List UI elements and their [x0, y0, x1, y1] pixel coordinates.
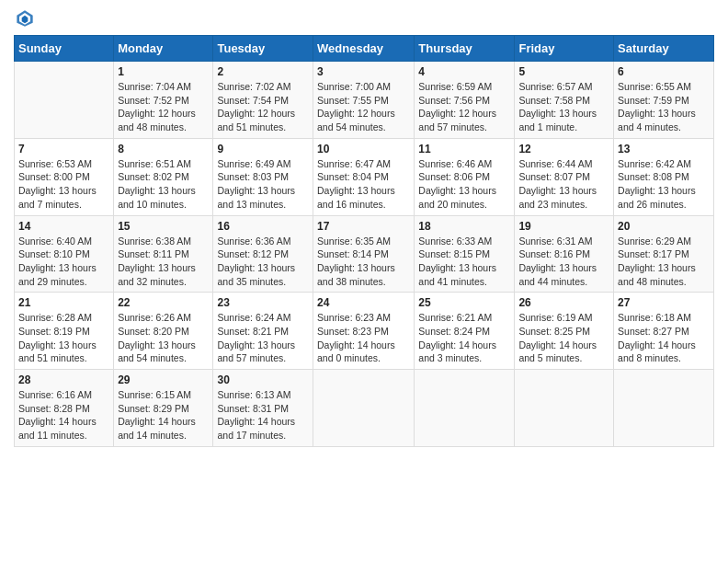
- calendar-cell: 30Sunrise: 6:13 AMSunset: 8:31 PMDayligh…: [213, 370, 313, 447]
- day-info: Sunrise: 7:04 AMSunset: 7:52 PMDaylight:…: [118, 80, 209, 134]
- day-number: 22: [118, 296, 209, 309]
- day-info: Sunrise: 6:55 AMSunset: 7:59 PMDaylight:…: [618, 80, 710, 134]
- calendar-cell: 24Sunrise: 6:23 AMSunset: 8:23 PMDayligh…: [313, 293, 415, 370]
- day-info: Sunrise: 7:00 AMSunset: 7:55 PMDaylight:…: [317, 80, 410, 134]
- calendar-cell: 5Sunrise: 6:57 AMSunset: 7:58 PMDaylight…: [515, 62, 614, 139]
- calendar-week-3: 14Sunrise: 6:40 AMSunset: 8:10 PMDayligh…: [15, 215, 714, 293]
- day-header-friday: Friday: [515, 36, 614, 62]
- day-info: Sunrise: 6:49 AMSunset: 8:03 PMDaylight:…: [217, 157, 309, 212]
- calendar-week-4: 21Sunrise: 6:28 AMSunset: 8:19 PMDayligh…: [15, 293, 714, 370]
- calendar-cell: 12Sunrise: 6:44 AMSunset: 8:07 PMDayligh…: [515, 138, 614, 215]
- calendar-cell: 20Sunrise: 6:29 AMSunset: 8:17 PMDayligh…: [614, 215, 714, 293]
- calendar-cell: [313, 370, 415, 447]
- calendar-cell: 26Sunrise: 6:19 AMSunset: 8:25 PMDayligh…: [515, 293, 614, 370]
- day-info: Sunrise: 6:29 AMSunset: 8:17 PMDaylight:…: [618, 235, 710, 289]
- day-number: 3: [317, 65, 410, 78]
- calendar-cell: 6Sunrise: 6:55 AMSunset: 7:59 PMDaylight…: [614, 62, 714, 139]
- calendar-table: SundayMondayTuesdayWednesdayThursdayFrid…: [14, 35, 714, 447]
- calendar-cell: 1Sunrise: 7:04 AMSunset: 7:52 PMDaylight…: [114, 62, 213, 139]
- day-info: Sunrise: 6:38 AMSunset: 8:11 PMDaylight:…: [118, 235, 209, 289]
- day-number: 18: [418, 220, 510, 233]
- day-info: Sunrise: 6:51 AMSunset: 8:02 PMDaylight:…: [118, 157, 209, 212]
- day-header-tuesday: Tuesday: [213, 36, 313, 62]
- calendar-cell: 10Sunrise: 6:47 AMSunset: 8:04 PMDayligh…: [313, 138, 415, 215]
- calendar-cell: [515, 370, 614, 447]
- day-info: Sunrise: 6:40 AMSunset: 8:10 PMDaylight:…: [18, 235, 109, 289]
- calendar-cell: 21Sunrise: 6:28 AMSunset: 8:19 PMDayligh…: [15, 293, 114, 370]
- day-info: Sunrise: 6:28 AMSunset: 8:19 PMDaylight:…: [18, 311, 109, 365]
- calendar-cell: 29Sunrise: 6:15 AMSunset: 8:29 PMDayligh…: [114, 370, 213, 447]
- calendar-cell: [415, 370, 515, 447]
- day-number: 1: [118, 65, 209, 78]
- day-header-saturday: Saturday: [614, 36, 714, 62]
- day-info: Sunrise: 6:26 AMSunset: 8:20 PMDaylight:…: [118, 311, 209, 365]
- calendar-cell: 13Sunrise: 6:42 AMSunset: 8:08 PMDayligh…: [614, 138, 714, 215]
- day-header-sunday: Sunday: [15, 36, 114, 62]
- day-info: Sunrise: 6:15 AMSunset: 8:29 PMDaylight:…: [118, 388, 209, 442]
- day-number: 9: [217, 143, 309, 155]
- calendar-cell: 14Sunrise: 6:40 AMSunset: 8:10 PMDayligh…: [15, 215, 114, 293]
- day-info: Sunrise: 6:16 AMSunset: 8:28 PMDaylight:…: [18, 388, 109, 442]
- calendar-cell: 11Sunrise: 6:46 AMSunset: 8:06 PMDayligh…: [415, 138, 515, 215]
- calendar-cell: 2Sunrise: 7:02 AMSunset: 7:54 PMDaylight…: [213, 62, 313, 139]
- calendar-cell: 15Sunrise: 6:38 AMSunset: 8:11 PMDayligh…: [114, 215, 213, 293]
- day-info: Sunrise: 6:21 AMSunset: 8:24 PMDaylight:…: [418, 311, 510, 365]
- day-info: Sunrise: 6:57 AMSunset: 7:58 PMDaylight:…: [518, 80, 609, 134]
- calendar-week-1: 1Sunrise: 7:04 AMSunset: 7:52 PMDaylight…: [15, 62, 714, 139]
- day-number: 15: [118, 220, 209, 233]
- day-header-monday: Monday: [114, 36, 213, 62]
- calendar-cell: 22Sunrise: 6:26 AMSunset: 8:20 PMDayligh…: [114, 293, 213, 370]
- calendar-cell: 27Sunrise: 6:18 AMSunset: 8:27 PMDayligh…: [614, 293, 714, 370]
- day-info: Sunrise: 6:42 AMSunset: 8:08 PMDaylight:…: [618, 157, 710, 212]
- day-number: 8: [118, 143, 209, 155]
- day-number: 27: [618, 296, 710, 309]
- day-number: 29: [118, 373, 209, 386]
- calendar-cell: 19Sunrise: 6:31 AMSunset: 8:16 PMDayligh…: [515, 215, 614, 293]
- day-number: 19: [518, 220, 609, 233]
- day-number: 7: [18, 143, 109, 155]
- calendar-cell: 16Sunrise: 6:36 AMSunset: 8:12 PMDayligh…: [213, 215, 313, 293]
- calendar-header-row: SundayMondayTuesdayWednesdayThursdayFrid…: [15, 36, 714, 62]
- calendar-cell: 17Sunrise: 6:35 AMSunset: 8:14 PMDayligh…: [313, 215, 415, 293]
- day-number: 30: [217, 373, 309, 386]
- day-header-wednesday: Wednesday: [313, 36, 415, 62]
- day-info: Sunrise: 6:35 AMSunset: 8:14 PMDaylight:…: [317, 235, 410, 289]
- page-container: SundayMondayTuesdayWednesdayThursdayFrid…: [0, 0, 728, 456]
- day-number: 20: [618, 220, 710, 233]
- day-number: 10: [317, 143, 410, 155]
- day-info: Sunrise: 6:31 AMSunset: 8:16 PMDaylight:…: [518, 235, 609, 289]
- day-info: Sunrise: 6:13 AMSunset: 8:31 PMDaylight:…: [217, 388, 309, 442]
- calendar-cell: [614, 370, 714, 447]
- day-number: 6: [618, 65, 710, 78]
- day-info: Sunrise: 7:02 AMSunset: 7:54 PMDaylight:…: [217, 80, 309, 134]
- day-info: Sunrise: 6:33 AMSunset: 8:15 PMDaylight:…: [418, 235, 510, 289]
- day-info: Sunrise: 6:19 AMSunset: 8:25 PMDaylight:…: [518, 311, 609, 365]
- day-number: 23: [217, 296, 309, 309]
- calendar-cell: 9Sunrise: 6:49 AMSunset: 8:03 PMDaylight…: [213, 138, 313, 215]
- day-info: Sunrise: 6:59 AMSunset: 7:56 PMDaylight:…: [418, 80, 510, 134]
- day-number: 4: [418, 65, 510, 78]
- day-number: 13: [618, 143, 710, 155]
- logo: [14, 9, 34, 28]
- day-number: 26: [518, 296, 609, 309]
- day-number: 28: [18, 373, 109, 386]
- day-info: Sunrise: 6:23 AMSunset: 8:23 PMDaylight:…: [317, 311, 410, 365]
- day-number: 2: [217, 65, 309, 78]
- calendar-cell: [15, 62, 114, 139]
- day-number: 21: [18, 296, 109, 309]
- day-number: 11: [418, 143, 510, 155]
- day-info: Sunrise: 6:47 AMSunset: 8:04 PMDaylight:…: [317, 157, 410, 212]
- day-header-thursday: Thursday: [415, 36, 515, 62]
- calendar-cell: 28Sunrise: 6:16 AMSunset: 8:28 PMDayligh…: [15, 370, 114, 447]
- day-info: Sunrise: 6:18 AMSunset: 8:27 PMDaylight:…: [618, 311, 710, 365]
- day-number: 25: [418, 296, 510, 309]
- calendar-cell: 18Sunrise: 6:33 AMSunset: 8:15 PMDayligh…: [415, 215, 515, 293]
- day-number: 24: [317, 296, 410, 309]
- calendar-cell: 7Sunrise: 6:53 AMSunset: 8:00 PMDaylight…: [15, 138, 114, 215]
- day-number: 16: [217, 220, 309, 233]
- day-info: Sunrise: 6:46 AMSunset: 8:06 PMDaylight:…: [418, 157, 510, 212]
- day-info: Sunrise: 6:24 AMSunset: 8:21 PMDaylight:…: [217, 311, 309, 365]
- calendar-cell: 25Sunrise: 6:21 AMSunset: 8:24 PMDayligh…: [415, 293, 515, 370]
- calendar-cell: 4Sunrise: 6:59 AMSunset: 7:56 PMDaylight…: [415, 62, 515, 139]
- calendar-week-5: 28Sunrise: 6:16 AMSunset: 8:28 PMDayligh…: [15, 370, 714, 447]
